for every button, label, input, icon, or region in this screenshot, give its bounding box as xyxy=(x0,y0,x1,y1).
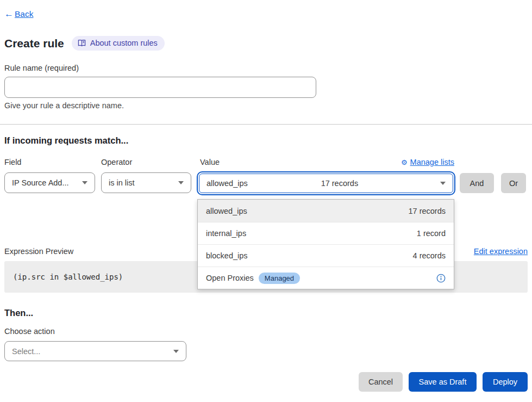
about-custom-rules-link[interactable]: About custom rules xyxy=(72,36,165,51)
page-title: Create rule xyxy=(4,37,64,50)
operator-column-label: Operator xyxy=(101,158,132,166)
choose-action-label: Choose action xyxy=(4,327,55,336)
field-column-label: Field xyxy=(4,158,21,166)
info-icon[interactable] xyxy=(436,274,446,283)
save-as-draft-button[interactable]: Save as Draft xyxy=(409,372,477,392)
value-select-record-count: 17 records xyxy=(321,179,359,188)
dropdown-item-blocked-ips[interactable]: blocked_ips 4 records xyxy=(198,244,454,267)
rule-name-helper-text: Give your rule a descriptive name. xyxy=(4,101,124,110)
list-record-count: 1 record xyxy=(417,229,446,238)
back-link[interactable]: ←Back xyxy=(4,9,33,20)
expression-preview-label: Expression Preview xyxy=(4,247,73,256)
action-select-placeholder: Select... xyxy=(12,347,40,356)
match-section-title: If incoming requests match... xyxy=(4,135,128,146)
deploy-button[interactable]: Deploy xyxy=(483,372,528,392)
expression-code: (ip.src in $allowed_ips) xyxy=(13,273,123,281)
chevron-down-icon xyxy=(173,350,179,353)
or-button[interactable]: Or xyxy=(501,173,526,193)
back-link-label: Back xyxy=(15,9,33,19)
operator-select[interactable]: is in list xyxy=(101,172,191,193)
and-button[interactable]: And xyxy=(460,173,494,193)
managed-badge: Managed xyxy=(259,273,300,284)
list-record-count: 4 records xyxy=(413,251,446,260)
value-select-value: allowed_ips xyxy=(206,179,248,188)
list-name: allowed_ips xyxy=(206,207,247,215)
manage-lists-link[interactable]: ⚙ Manage lists xyxy=(401,158,454,166)
value-select[interactable]: allowed_ips 17 records xyxy=(199,174,453,193)
back-arrow-icon: ← xyxy=(4,9,14,20)
list-name: Open Proxies xyxy=(206,274,254,282)
manage-lists-label: Manage lists xyxy=(410,158,454,166)
rule-name-input[interactable] xyxy=(4,77,316,98)
dropdown-item-internal-ips[interactable]: internal_ips 1 record xyxy=(198,222,454,244)
value-dropdown-panel: allowed_ips 17 records internal_ips 1 re… xyxy=(197,199,454,289)
field-select[interactable]: IP Source Add... xyxy=(4,172,95,193)
list-name: blocked_ips xyxy=(206,251,248,260)
gear-icon: ⚙ xyxy=(401,158,408,166)
action-select[interactable]: Select... xyxy=(4,341,186,361)
operator-select-value: is in list xyxy=(109,178,135,187)
section-divider xyxy=(0,124,532,125)
about-custom-rules-label: About custom rules xyxy=(90,39,158,47)
list-record-count: 17 records xyxy=(408,207,446,215)
cancel-button[interactable]: Cancel xyxy=(359,372,403,392)
field-select-value: IP Source Add... xyxy=(12,178,69,187)
dropdown-item-allowed-ips[interactable]: allowed_ips 17 records xyxy=(198,200,454,222)
chevron-down-icon xyxy=(440,182,446,185)
rule-name-label: Rule name (required) xyxy=(4,64,79,72)
book-icon xyxy=(78,39,86,47)
edit-expression-link[interactable]: Edit expression xyxy=(474,247,528,256)
chevron-down-icon xyxy=(82,181,87,184)
value-column-label: Value xyxy=(200,158,220,166)
chevron-down-icon xyxy=(178,181,184,184)
title-row: Create rule About custom rules xyxy=(4,36,165,51)
dropdown-item-open-proxies[interactable]: Open Proxies Managed xyxy=(198,267,454,289)
then-section-title: Then... xyxy=(4,308,33,318)
list-name: internal_ips xyxy=(206,229,246,238)
